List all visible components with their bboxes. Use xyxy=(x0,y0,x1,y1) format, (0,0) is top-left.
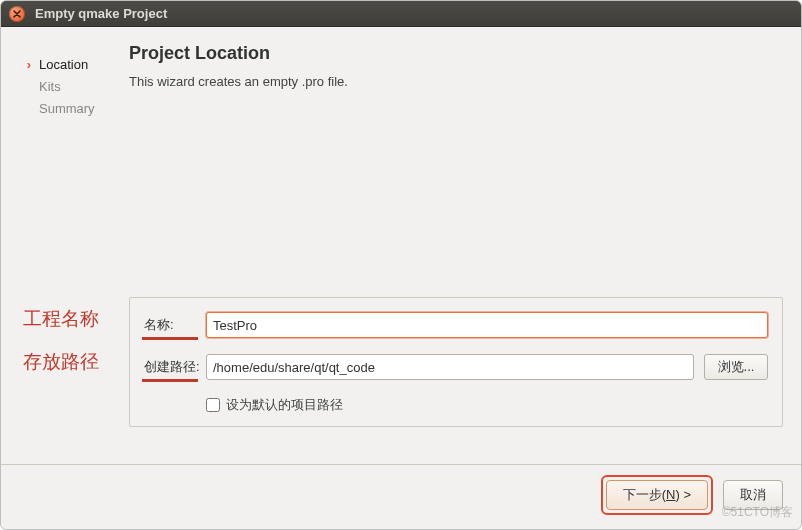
row-default-path: 设为默认的项目路径 xyxy=(206,396,768,414)
browse-button[interactable]: 浏览... xyxy=(704,354,768,380)
title-bar: Empty qmake Project xyxy=(1,1,801,27)
chevron-right-icon: › xyxy=(23,57,35,72)
row-project-path: 创建路径: 浏览... xyxy=(144,354,768,380)
label-default-path: 设为默认的项目路径 xyxy=(226,396,343,414)
next-button[interactable]: 下一步(N) > xyxy=(606,480,708,510)
annotation-highlight-next: 下一步(N) > xyxy=(601,475,713,515)
step-label: Kits xyxy=(39,79,61,94)
step-label: Summary xyxy=(39,101,95,116)
next-button-label-post: ) > xyxy=(675,487,691,502)
wizard-steps: › Location › Kits › Summary xyxy=(19,41,129,464)
content: Project Location This wizard creates an … xyxy=(129,41,783,464)
default-path-checkbox[interactable] xyxy=(206,398,220,412)
page-description: This wizard creates an empty .pro file. xyxy=(129,74,783,89)
window-title: Empty qmake Project xyxy=(35,6,167,21)
step-summary[interactable]: › Summary xyxy=(19,97,129,119)
step-label: Location xyxy=(39,57,88,72)
form-block: 名称: 创建路径: 浏览... 设为默认的项目路径 xyxy=(129,297,783,427)
label-project-name: 名称: xyxy=(144,316,206,334)
step-kits[interactable]: › Kits xyxy=(19,75,129,97)
project-name-input[interactable] xyxy=(206,312,768,338)
dialog-body: › Location › Kits › Summary Project Loca… xyxy=(1,27,801,464)
cancel-button[interactable]: 取消 xyxy=(723,480,783,510)
project-path-input[interactable] xyxy=(206,354,694,380)
row-project-name: 名称: xyxy=(144,312,768,338)
step-location[interactable]: › Location xyxy=(19,53,129,75)
annotation-underline xyxy=(142,337,198,340)
annotation-underline xyxy=(142,379,198,382)
page-title: Project Location xyxy=(129,43,783,64)
label-project-path: 创建路径: xyxy=(144,358,206,376)
next-button-label-pre: 下一步( xyxy=(623,487,666,502)
dialog-footer: 下一步(N) > 取消 xyxy=(1,464,801,529)
close-icon[interactable] xyxy=(9,6,25,22)
window-frame: Empty qmake Project › Location › Kits › … xyxy=(0,0,802,530)
